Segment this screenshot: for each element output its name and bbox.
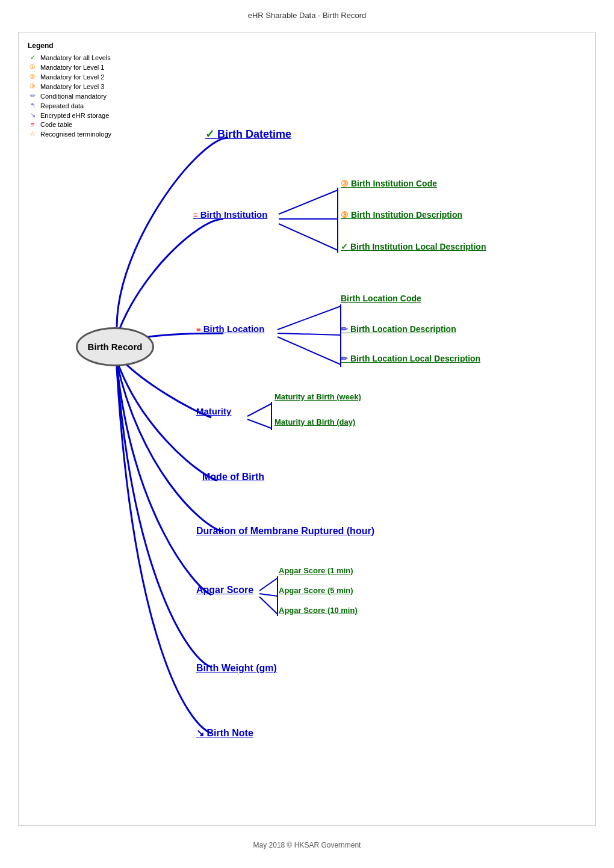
level3-icon: ③ <box>341 179 349 188</box>
svg-line-2 <box>279 224 338 250</box>
apgar-5min-label: Apgar Score (5 min) <box>279 586 353 595</box>
birth-institution-local-label: Birth Institution Local Description <box>350 242 486 251</box>
maturity-label: Maturity <box>196 406 231 416</box>
birth-location-label: Birth Location <box>203 324 265 334</box>
mode-of-birth-node: Mode of Birth <box>202 472 264 482</box>
page-title: eHR Sharable Data - Birth Record <box>0 0 614 26</box>
checkmark-icon: ✓ <box>205 128 214 140</box>
apgar-5min-node: Apgar Score (5 min) <box>279 586 353 595</box>
birth-note-label: Birth Note <box>206 728 253 738</box>
birth-location-desc-label: Birth Location Description <box>350 324 456 334</box>
apgar-1min-node: Apgar Score (1 min) <box>279 566 353 575</box>
conditional-icon2: ✏ <box>341 324 348 334</box>
birth-note-node: ↘ Birth Note <box>196 727 253 739</box>
svg-line-5 <box>278 333 341 335</box>
svg-line-0 <box>279 190 338 214</box>
birth-institution-desc-node: ③ Birth Institution Description <box>341 210 462 220</box>
maturity-week-node: Maturity at Birth (week) <box>274 392 361 401</box>
svg-line-4 <box>278 306 341 330</box>
birth-datetime-label: Birth Datetime <box>217 128 291 140</box>
maturity-day-node: Maturity at Birth (day) <box>274 417 355 426</box>
codetable-icon: ≡ <box>193 211 198 220</box>
birth-location-local-label: Birth Location Local Description <box>350 354 480 363</box>
checkmark-icon2: ✓ <box>341 242 348 251</box>
root-node: Birth Record <box>76 327 154 366</box>
birth-location-node: ≡ Birth Location <box>196 324 264 334</box>
apgar-score-label: Apgar Score <box>196 585 253 595</box>
birth-location-desc-node: ✏ Birth Location Description <box>341 324 456 334</box>
root-node-label: Birth Record <box>88 342 143 352</box>
encrypted-icon2: ↘ <box>196 728 204 738</box>
birth-institution-local-node: ✓ Birth Institution Local Description <box>341 242 486 251</box>
duration-membrane-label: Duration of Membrane Ruptured (hour) <box>196 526 374 536</box>
svg-line-6 <box>278 337 341 365</box>
birth-institution-code-node: ③ Birth Institution Code <box>341 179 437 188</box>
footer: May 2018 © HKSAR Government <box>0 832 614 858</box>
birth-weight-node: Birth Weight (gm) <box>196 663 277 674</box>
birth-location-local-node: ✏ Birth Location Local Description <box>341 354 480 363</box>
birth-weight-label: Birth Weight (gm) <box>196 663 277 673</box>
maturity-day-label: Maturity at Birth (day) <box>274 417 355 426</box>
maturity-week-label: Maturity at Birth (week) <box>274 392 361 401</box>
apgar-score-node: Apgar Score <box>196 585 253 596</box>
birth-institution-desc-label: Birth Institution Description <box>351 210 462 220</box>
birth-institution-label: Birth Institution <box>200 209 268 220</box>
apgar-10min-node: Apgar Score (10 min) <box>279 606 358 615</box>
mode-of-birth-label: Mode of Birth <box>202 472 264 482</box>
apgar-1min-label: Apgar Score (1 min) <box>279 566 353 575</box>
svg-line-13 <box>259 597 278 614</box>
codetable-icon2: ≡ <box>196 325 201 334</box>
maturity-node: Maturity <box>196 406 231 416</box>
svg-line-11 <box>259 578 278 591</box>
birth-location-code-node: Birth Location Code <box>341 294 421 303</box>
conditional-icon3: ✏ <box>341 354 348 363</box>
svg-line-12 <box>259 594 278 596</box>
apgar-10min-label: Apgar Score (10 min) <box>279 606 358 615</box>
mindmap-svg <box>19 32 595 825</box>
birth-datetime-node: ✓ Birth Datetime <box>205 128 291 141</box>
duration-membrane-node: Duration of Membrane Ruptured (hour) <box>196 526 374 537</box>
svg-line-8 <box>247 404 271 416</box>
level3-icon2: ③ <box>341 210 349 220</box>
birth-institution-code-label: Birth Institution Code <box>351 179 437 188</box>
svg-line-9 <box>247 419 271 428</box>
birth-institution-node: ≡ Birth Institution <box>193 209 267 220</box>
birth-location-code-label: Birth Location Code <box>341 294 421 303</box>
